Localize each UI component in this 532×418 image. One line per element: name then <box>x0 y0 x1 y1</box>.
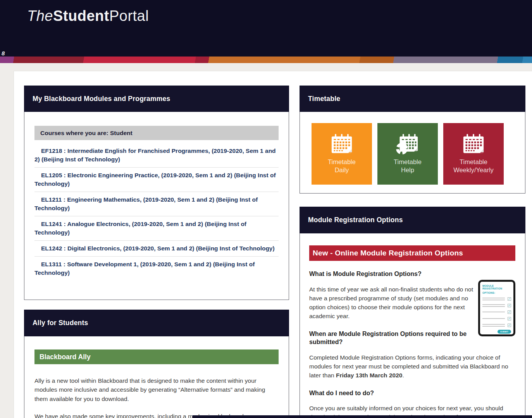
student-portal-page: TheStudentPortal 8 My Blackboard Modules… <box>0 0 532 418</box>
tablet-title-line1: MODULE REGISTRATION <box>482 284 511 290</box>
question-heading: What do I need to do? <box>309 389 515 397</box>
portal-logo[interactable]: TheStudentPortal <box>27 8 149 24</box>
form-row: ✓ <box>482 317 511 320</box>
checked-checkbox-icon: ✓ <box>508 317 511 320</box>
module-registration-panel-body: New - Online Module Registration Options… <box>300 233 525 418</box>
form-row: ✓ <box>482 297 511 301</box>
brand-colour-stripe <box>0 57 532 63</box>
logo-the: The <box>27 8 53 24</box>
stray-glyph: 8 <box>2 50 5 57</box>
ally-panel-title: Ally for Students <box>24 319 88 327</box>
tile-label: Timetable Weekly/Yearly <box>453 158 494 174</box>
timetable-help-tile[interactable]: Timetable Help <box>377 123 438 185</box>
course-link[interactable]: EL1205 : Electronic Engineering Practice… <box>34 167 279 192</box>
new-online-registration-banner-label: New - Online Module Registration Options <box>309 249 463 257</box>
top-header-bar: TheStudentPortal <box>0 0 532 57</box>
courses-role-bar: Courses where you are: Student <box>34 126 279 140</box>
courses-role-label: Courses where you are: Student <box>34 130 133 137</box>
module-registration-content: What is Module Registration Options? MOD… <box>309 270 515 418</box>
tablet-submit-button: SUBMIT <box>498 330 511 334</box>
new-online-registration-banner: New - Online Module Registration Options <box>309 245 515 261</box>
course-link[interactable]: EL1241 : Analogue Electronics, (2019-202… <box>34 216 279 240</box>
course-link[interactable]: EL1311 : Software Development 1, (2019-2… <box>34 256 279 281</box>
checked-checkbox-icon: ✓ <box>508 324 511 327</box>
modules-panel-header: My Blackboard Modules and Programmes <box>24 86 289 112</box>
module-registration-form-illustration: MODULE REGISTRATION OPTIONS: ✓ ✓ ✓ ✓ <box>478 280 515 336</box>
calendar-help-icon <box>396 134 419 155</box>
timetable-panel-title: Timetable <box>300 95 340 103</box>
timetable-weekly-yearly-tile[interactable]: Timetable Weekly/Yearly <box>443 123 504 185</box>
tile-label: Timetable Help <box>394 158 422 174</box>
deadline-date: Friday 13th March 2020 <box>336 372 402 379</box>
form-row: ✓ <box>482 304 511 307</box>
question-heading: What is Module Registration Options? <box>309 270 515 278</box>
tablet-title-line2: OPTIONS: <box>482 291 511 294</box>
timetable-daily-tile[interactable]: Timetable Daily <box>312 123 372 185</box>
course-list: EF1218 : Intermediate English for Franch… <box>34 143 279 281</box>
calendar-icon <box>462 134 485 155</box>
module-registration-panel-title: Module Registration Options <box>300 216 403 224</box>
checked-checkbox-icon: ✓ <box>508 297 511 301</box>
logo-portal: Portal <box>109 8 149 24</box>
timetable-tiles: Timetable Daily <box>312 123 525 185</box>
checked-checkbox-icon: ✓ <box>508 304 511 307</box>
course-link[interactable]: EL1211 : Engineering Mathematics, (2019-… <box>34 192 279 216</box>
course-link[interactable]: EL1242 : Digital Electronics, (2019-2020… <box>34 240 279 256</box>
timetable-panel-header: Timetable <box>300 86 525 112</box>
calendar-icon <box>330 134 353 155</box>
form-row: ✓ <box>482 310 511 314</box>
blackboard-ally-banner-label: Blackboard Ally <box>34 353 91 361</box>
logo-student: Student <box>53 8 109 24</box>
checked-checkbox-icon: ✓ <box>508 310 511 314</box>
modules-panel-title: My Blackboard Modules and Programmes <box>24 95 170 103</box>
course-link[interactable]: EF1218 : Intermediate English for Franch… <box>34 143 279 167</box>
modules-panel-body: Courses where you are: Student EF1218 : … <box>24 112 289 300</box>
ally-paragraph: Ally is a new tool within Blackboard tha… <box>34 376 279 403</box>
form-row: ✓ <box>482 324 511 327</box>
ally-panel-body: Blackboard Ally Ally is a new tool withi… <box>24 336 289 418</box>
tile-label: Timetable Daily <box>328 158 356 174</box>
module-registration-panel-header: Module Registration Options <box>300 207 525 233</box>
bottom-cutoff-bar <box>193 415 532 418</box>
blackboard-ally-banner: Blackboard Ally <box>34 349 279 364</box>
registration-paragraph: Completed Module Registration Options fo… <box>309 353 515 380</box>
ally-panel-header: Ally for Students <box>24 310 289 336</box>
timetable-panel-body: Timetable Daily <box>300 112 525 194</box>
